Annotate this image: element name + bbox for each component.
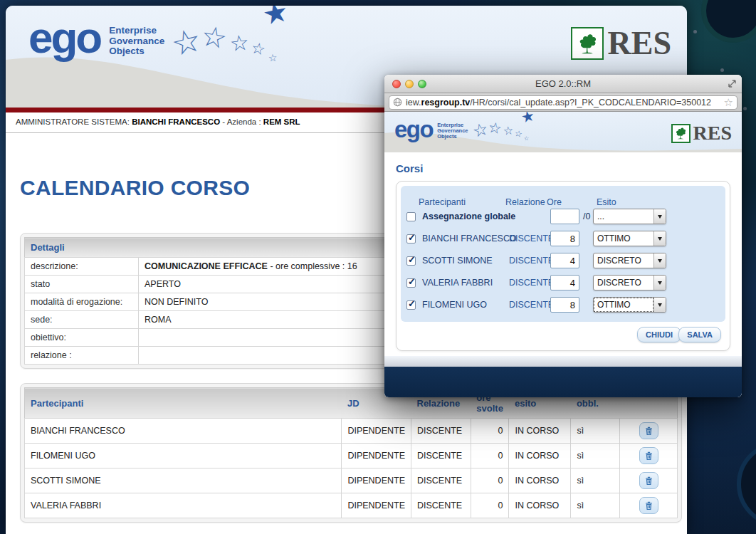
form-header-row: Partecipanti Relazione Ore Esito (401, 190, 725, 206)
ore-input[interactable] (550, 253, 579, 268)
participant-relazione: DISCENTE (411, 493, 471, 518)
res-logo: RES (571, 27, 671, 60)
popup-window: EGO 2.0::RM iew.resgroup.tv/HR/corsi/cal… (384, 75, 742, 397)
popup-titlebar[interactable]: EGO 2.0::RM (384, 75, 742, 93)
url-input[interactable]: iew.resgroup.tv/HR/corsi/cal_update.asp?… (389, 95, 737, 110)
participant-ore: 0 (471, 493, 509, 518)
trash-icon (644, 451, 653, 461)
screw-decor (693, 30, 697, 33)
participant-relazione: DISCENTE (411, 419, 471, 444)
tagline-line: Objects (437, 134, 468, 140)
res-logo-word: RES (693, 122, 732, 145)
ore-input[interactable] (550, 275, 579, 290)
participants-table: Partecipanti JD Relazione ore svolte esi… (24, 387, 678, 518)
cockpit-dial-decor (737, 441, 756, 527)
admin-company-name: REM SRL (263, 117, 300, 126)
corsi-form-panel: Partecipanti Relazione Ore Esito Assegna… (396, 181, 730, 351)
participant-esito: IN CORSO (509, 468, 571, 493)
participant-checkbox[interactable] (406, 234, 416, 244)
participant-checkbox[interactable] (406, 300, 416, 310)
table-row: FILOMENI UGO DIPENDENTE DISCENTE 0 IN CO… (25, 444, 678, 468)
detail-label: stato (25, 276, 139, 293)
star-icon: ☆ (503, 125, 514, 137)
ego-logo: ego ★ Enterprise Governance Objects ☆ ☆ … (394, 117, 537, 152)
participant-name: SCOTTI SIMONE (25, 468, 342, 493)
star-icon: ☆ (229, 32, 251, 56)
select-value: OTTIMO (594, 231, 653, 246)
participant-esito: IN CORSO (509, 444, 571, 468)
course-hours: - ore complessive : 16 (268, 261, 357, 271)
participant-checkbox[interactable] (406, 256, 416, 266)
global-esito-select[interactable]: ... (593, 209, 666, 224)
participant-form-row: BIANCHI FRANCESCO DISCENTE OTTIMO (401, 228, 725, 250)
select-value: DISCRETO (594, 253, 653, 268)
participant-esito: IN CORSO (509, 419, 571, 444)
dropdown-arrow-icon (653, 276, 666, 290)
participant-name: VALERIA FABBRI (422, 278, 493, 288)
col-header-partecipanti: Partecipanti (25, 388, 342, 419)
participant-form-row: SCOTTI SIMONE DISCENTE DISCRETO (401, 250, 725, 272)
detail-label: descrizione: (25, 258, 139, 276)
esito-select[interactable]: DISCRETO (593, 275, 666, 290)
participant-name: VALERIA FABBRI (25, 493, 342, 518)
participant-obbl: sì (571, 468, 620, 493)
resize-icon[interactable] (728, 79, 737, 88)
window-zoom-button[interactable] (418, 80, 426, 88)
screw-decor (743, 107, 747, 110)
table-row: BIANCHI FRANCESCO DIPENDENTE DISCENTE 0 … (25, 419, 678, 444)
participant-jd: DIPENDENTE (342, 468, 411, 493)
participant-relazione: DISCENTE (411, 468, 471, 493)
delete-participant-button[interactable] (639, 422, 658, 439)
window-close-button[interactable] (392, 80, 401, 88)
participant-jd: DIPENDENTE (342, 444, 411, 468)
participant-relazione: DISCENTE (509, 234, 554, 244)
window-title: EGO 2.0::RM (384, 75, 742, 93)
delete-participant-button[interactable] (639, 447, 658, 464)
ore-input[interactable] (550, 231, 579, 246)
footer-gradient-strip (384, 356, 742, 367)
url-domain: resgroup.tv (421, 98, 471, 108)
esito-select[interactable]: DISCRETO (593, 253, 666, 268)
participant-ore: 0 (471, 468, 509, 493)
delete-participant-button[interactable] (639, 472, 658, 489)
global-ore-input[interactable] (550, 209, 579, 224)
star-icon: ☆ (268, 53, 278, 63)
salva-button[interactable]: SALVA (678, 327, 721, 342)
admin-prefix: AMMINISTRATORE SISTEMA: (16, 117, 132, 126)
ego-logo-word: ego (28, 16, 100, 60)
window-minimize-button[interactable] (405, 80, 414, 88)
course-name: COMUNICAZIONE EFFICACE (145, 261, 268, 271)
decorative-stars: ☆ ☆ ☆ ☆ ☆ (473, 119, 537, 152)
ego-logo-word: ego (394, 117, 433, 141)
participant-relazione: DISCENTE (411, 444, 471, 468)
tagline-line: Objects (109, 46, 164, 57)
chiudi-button[interactable]: CHIUDI (637, 327, 681, 342)
participant-checkbox[interactable] (406, 278, 416, 288)
esito-select[interactable]: OTTIMO (593, 231, 666, 246)
ego-tagline: Enterprise Governance Objects (109, 26, 164, 57)
delete-participant-button[interactable] (639, 497, 658, 514)
corsi-form: Partecipanti Relazione Ore Esito Assegna… (401, 186, 725, 322)
esito-select[interactable]: OTTIMO (593, 297, 666, 313)
popup-whitespace (384, 351, 742, 356)
decorative-stars: ☆ ☆ ☆ ☆ ☆ (172, 20, 293, 84)
detail-label: relazione : (25, 347, 139, 365)
dropdown-arrow-icon (653, 298, 666, 312)
star-icon: ☆ (168, 23, 204, 62)
participant-name: SCOTTI SIMONE (422, 256, 493, 266)
global-assignment-label: Assegnazione globale (422, 211, 515, 221)
select-value: OTTIMO (594, 298, 653, 312)
detail-label: obiettivo: (25, 329, 139, 347)
global-assignment-checkbox[interactable] (406, 212, 416, 221)
participant-relazione: DISCENTE (509, 256, 554, 266)
tagline-line: Governance (109, 36, 164, 47)
admin-separator: - Azienda : (220, 117, 263, 126)
star-icon: ☆ (199, 21, 229, 53)
ore-input[interactable] (550, 297, 579, 313)
participant-name: FILOMENI UGO (25, 444, 342, 468)
global-assignment-row: Assegnazione globale /0 ... (401, 206, 725, 228)
tree-icon (571, 27, 604, 60)
participant-relazione: DISCENTE (509, 278, 554, 288)
bookmark-star-icon[interactable]: ☆ (721, 97, 733, 108)
tagline-line: Enterprise (109, 26, 164, 36)
